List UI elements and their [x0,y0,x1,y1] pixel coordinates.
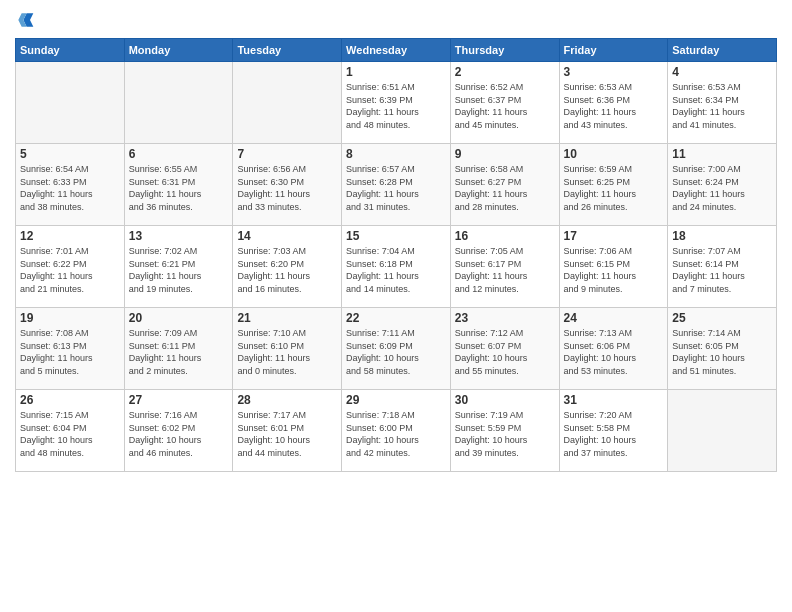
day-info: Sunrise: 6:52 AM Sunset: 6:37 PM Dayligh… [455,81,555,131]
weekday-header-row: SundayMondayTuesdayWednesdayThursdayFrid… [16,39,777,62]
day-info: Sunrise: 7:00 AM Sunset: 6:24 PM Dayligh… [672,163,772,213]
calendar-cell [16,62,125,144]
day-number: 3 [564,65,664,79]
calendar-cell: 15Sunrise: 7:04 AM Sunset: 6:18 PM Dayli… [342,226,451,308]
day-info: Sunrise: 7:01 AM Sunset: 6:22 PM Dayligh… [20,245,120,295]
day-info: Sunrise: 6:53 AM Sunset: 6:34 PM Dayligh… [672,81,772,131]
day-number: 18 [672,229,772,243]
calendar-cell: 31Sunrise: 7:20 AM Sunset: 5:58 PM Dayli… [559,390,668,472]
day-info: Sunrise: 7:06 AM Sunset: 6:15 PM Dayligh… [564,245,664,295]
calendar-cell: 30Sunrise: 7:19 AM Sunset: 5:59 PM Dayli… [450,390,559,472]
day-number: 27 [129,393,229,407]
day-info: Sunrise: 6:54 AM Sunset: 6:33 PM Dayligh… [20,163,120,213]
day-info: Sunrise: 7:09 AM Sunset: 6:11 PM Dayligh… [129,327,229,377]
calendar-cell: 13Sunrise: 7:02 AM Sunset: 6:21 PM Dayli… [124,226,233,308]
calendar-week-row: 12Sunrise: 7:01 AM Sunset: 6:22 PM Dayli… [16,226,777,308]
day-number: 24 [564,311,664,325]
day-number: 7 [237,147,337,161]
calendar-cell: 26Sunrise: 7:15 AM Sunset: 6:04 PM Dayli… [16,390,125,472]
day-info: Sunrise: 7:15 AM Sunset: 6:04 PM Dayligh… [20,409,120,459]
weekday-header-tuesday: Tuesday [233,39,342,62]
weekday-header-friday: Friday [559,39,668,62]
day-number: 8 [346,147,446,161]
day-info: Sunrise: 7:10 AM Sunset: 6:10 PM Dayligh… [237,327,337,377]
calendar-cell: 25Sunrise: 7:14 AM Sunset: 6:05 PM Dayli… [668,308,777,390]
day-info: Sunrise: 7:18 AM Sunset: 6:00 PM Dayligh… [346,409,446,459]
day-info: Sunrise: 6:58 AM Sunset: 6:27 PM Dayligh… [455,163,555,213]
day-number: 5 [20,147,120,161]
calendar-cell: 2Sunrise: 6:52 AM Sunset: 6:37 PM Daylig… [450,62,559,144]
calendar-cell [124,62,233,144]
day-number: 21 [237,311,337,325]
calendar-week-row: 19Sunrise: 7:08 AM Sunset: 6:13 PM Dayli… [16,308,777,390]
day-info: Sunrise: 7:07 AM Sunset: 6:14 PM Dayligh… [672,245,772,295]
day-info: Sunrise: 7:19 AM Sunset: 5:59 PM Dayligh… [455,409,555,459]
day-number: 11 [672,147,772,161]
calendar-cell: 22Sunrise: 7:11 AM Sunset: 6:09 PM Dayli… [342,308,451,390]
day-number: 14 [237,229,337,243]
calendar-cell: 12Sunrise: 7:01 AM Sunset: 6:22 PM Dayli… [16,226,125,308]
calendar-cell: 10Sunrise: 6:59 AM Sunset: 6:25 PM Dayli… [559,144,668,226]
day-number: 16 [455,229,555,243]
day-number: 17 [564,229,664,243]
day-number: 26 [20,393,120,407]
calendar-cell: 17Sunrise: 7:06 AM Sunset: 6:15 PM Dayli… [559,226,668,308]
day-info: Sunrise: 7:05 AM Sunset: 6:17 PM Dayligh… [455,245,555,295]
day-info: Sunrise: 7:16 AM Sunset: 6:02 PM Dayligh… [129,409,229,459]
weekday-header-saturday: Saturday [668,39,777,62]
logo [15,10,39,30]
day-number: 13 [129,229,229,243]
calendar-cell: 8Sunrise: 6:57 AM Sunset: 6:28 PM Daylig… [342,144,451,226]
day-info: Sunrise: 6:51 AM Sunset: 6:39 PM Dayligh… [346,81,446,131]
day-info: Sunrise: 7:08 AM Sunset: 6:13 PM Dayligh… [20,327,120,377]
calendar-cell: 19Sunrise: 7:08 AM Sunset: 6:13 PM Dayli… [16,308,125,390]
day-number: 28 [237,393,337,407]
calendar-table: SundayMondayTuesdayWednesdayThursdayFrid… [15,38,777,472]
calendar-cell: 29Sunrise: 7:18 AM Sunset: 6:00 PM Dayli… [342,390,451,472]
day-info: Sunrise: 6:53 AM Sunset: 6:36 PM Dayligh… [564,81,664,131]
day-number: 9 [455,147,555,161]
day-info: Sunrise: 7:12 AM Sunset: 6:07 PM Dayligh… [455,327,555,377]
day-info: Sunrise: 7:17 AM Sunset: 6:01 PM Dayligh… [237,409,337,459]
calendar-cell: 24Sunrise: 7:13 AM Sunset: 6:06 PM Dayli… [559,308,668,390]
calendar-cell [233,62,342,144]
day-info: Sunrise: 7:04 AM Sunset: 6:18 PM Dayligh… [346,245,446,295]
day-number: 19 [20,311,120,325]
calendar-week-row: 1Sunrise: 6:51 AM Sunset: 6:39 PM Daylig… [16,62,777,144]
day-number: 4 [672,65,772,79]
day-number: 12 [20,229,120,243]
calendar-cell: 27Sunrise: 7:16 AM Sunset: 6:02 PM Dayli… [124,390,233,472]
day-number: 15 [346,229,446,243]
day-number: 6 [129,147,229,161]
calendar-week-row: 26Sunrise: 7:15 AM Sunset: 6:04 PM Dayli… [16,390,777,472]
day-number: 31 [564,393,664,407]
day-number: 29 [346,393,446,407]
day-number: 10 [564,147,664,161]
calendar-cell: 23Sunrise: 7:12 AM Sunset: 6:07 PM Dayli… [450,308,559,390]
calendar-cell: 9Sunrise: 6:58 AM Sunset: 6:27 PM Daylig… [450,144,559,226]
calendar-week-row: 5Sunrise: 6:54 AM Sunset: 6:33 PM Daylig… [16,144,777,226]
day-info: Sunrise: 6:56 AM Sunset: 6:30 PM Dayligh… [237,163,337,213]
calendar-cell: 16Sunrise: 7:05 AM Sunset: 6:17 PM Dayli… [450,226,559,308]
calendar-cell: 6Sunrise: 6:55 AM Sunset: 6:31 PM Daylig… [124,144,233,226]
calendar-cell [668,390,777,472]
day-number: 2 [455,65,555,79]
day-info: Sunrise: 7:20 AM Sunset: 5:58 PM Dayligh… [564,409,664,459]
day-info: Sunrise: 7:02 AM Sunset: 6:21 PM Dayligh… [129,245,229,295]
day-info: Sunrise: 6:55 AM Sunset: 6:31 PM Dayligh… [129,163,229,213]
weekday-header-thursday: Thursday [450,39,559,62]
calendar-cell: 14Sunrise: 7:03 AM Sunset: 6:20 PM Dayli… [233,226,342,308]
day-number: 22 [346,311,446,325]
calendar-cell: 1Sunrise: 6:51 AM Sunset: 6:39 PM Daylig… [342,62,451,144]
calendar-cell: 28Sunrise: 7:17 AM Sunset: 6:01 PM Dayli… [233,390,342,472]
day-number: 25 [672,311,772,325]
day-number: 20 [129,311,229,325]
weekday-header-sunday: Sunday [16,39,125,62]
day-info: Sunrise: 7:14 AM Sunset: 6:05 PM Dayligh… [672,327,772,377]
weekday-header-wednesday: Wednesday [342,39,451,62]
day-info: Sunrise: 7:11 AM Sunset: 6:09 PM Dayligh… [346,327,446,377]
calendar-cell: 7Sunrise: 6:56 AM Sunset: 6:30 PM Daylig… [233,144,342,226]
calendar-cell: 20Sunrise: 7:09 AM Sunset: 6:11 PM Dayli… [124,308,233,390]
calendar-cell: 18Sunrise: 7:07 AM Sunset: 6:14 PM Dayli… [668,226,777,308]
calendar-cell: 21Sunrise: 7:10 AM Sunset: 6:10 PM Dayli… [233,308,342,390]
